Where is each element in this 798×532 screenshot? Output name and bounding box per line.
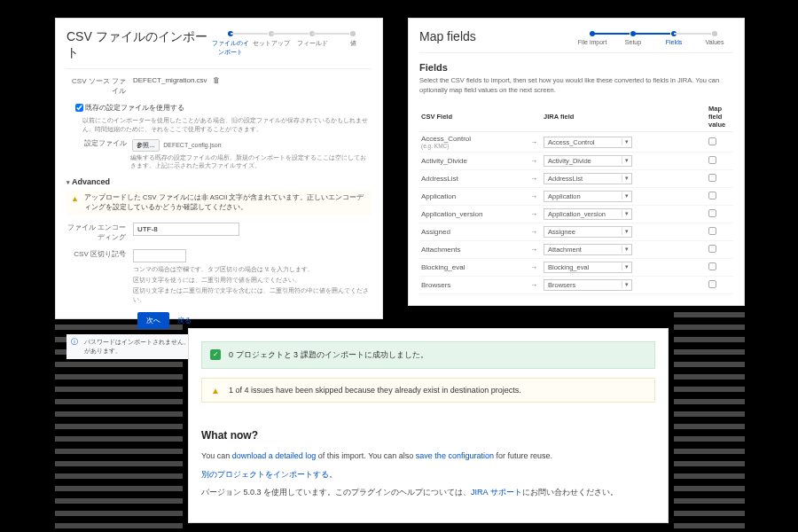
trash-icon[interactable]: 🗑 xyxy=(213,76,220,84)
map-fields-panel: Map fields File import Setup Fields Valu… xyxy=(408,18,745,306)
csv-field-name: Assigned xyxy=(421,228,524,236)
map-value-checkbox[interactable] xyxy=(708,174,716,182)
import-result-panel: ✓ 0 プロジェクトと 3 課題のインポートに成功しました。 ▲ 1 of 4 … xyxy=(188,328,669,523)
warning-icon: ▲ xyxy=(71,193,79,205)
import-another-link[interactable]: 別のプロジェクトをインポートする。 xyxy=(201,470,337,479)
table-row: Blocking_eval→Blocking_eval xyxy=(419,259,733,277)
col-map-value: Map field value xyxy=(707,102,733,132)
what-now-heading: What now? xyxy=(201,429,655,442)
encoding-input[interactable] xyxy=(133,223,239,236)
csv-field-name: Attachments xyxy=(421,246,524,254)
csv-field-name: Application xyxy=(421,192,524,200)
arrow-icon: → xyxy=(526,241,542,259)
r-step-setup[interactable]: Setup xyxy=(614,29,652,45)
table-row: Browsers→Browsers xyxy=(419,277,733,294)
encoding-label: ファイル エンコーディング xyxy=(66,223,133,242)
csv-field-name: Blocking_eval xyxy=(421,263,524,271)
csv-field-name: Access_Control xyxy=(421,135,524,143)
map-value-checkbox[interactable] xyxy=(708,209,716,217)
table-row: Attachments→Attachment xyxy=(419,241,733,259)
choose-file-button[interactable]: 参照… xyxy=(132,139,160,152)
download-log-line: You can download a detailed log of this … xyxy=(201,450,655,462)
csv-import-title: CSV ファイルのインポート xyxy=(66,29,212,61)
map-value-checkbox[interactable] xyxy=(708,245,716,253)
checkmark-icon: ✓ xyxy=(210,349,221,360)
info-icon: ⓘ xyxy=(71,337,78,347)
col-jira-field: JIRA field xyxy=(542,102,707,132)
arrow-icon: → xyxy=(526,153,542,170)
map-value-checkbox[interactable] xyxy=(708,156,716,164)
r-step-fields[interactable]: Fields xyxy=(655,29,692,45)
csv-field-name: AddressList xyxy=(421,175,524,183)
field-mapping-table: CSV Field JIRA field Map field value Acc… xyxy=(419,102,733,294)
jira-field-select[interactable]: Application xyxy=(544,191,632,202)
jira-field-select[interactable]: Activity_Divide xyxy=(544,155,632,167)
map-value-checkbox[interactable] xyxy=(708,262,716,270)
arrow-icon: → xyxy=(526,188,542,206)
csv-field-name: Activity_Divide xyxy=(421,157,524,165)
csv-field-name: Application_version xyxy=(421,210,524,218)
jira-field-select[interactable]: Browsers xyxy=(544,279,632,291)
map-fields-title: Map fields xyxy=(419,29,574,43)
r-step-file[interactable]: File import xyxy=(574,29,611,45)
config-file-label: 設定ファイル xyxy=(82,139,127,148)
jira-field-select[interactable]: AddressList xyxy=(544,173,632,184)
delimiter-input[interactable] xyxy=(133,249,186,262)
jira-field-select[interactable]: Attachment xyxy=(544,244,632,255)
jira-field-select[interactable]: Access_Control xyxy=(544,137,632,148)
config-file-name: DEFECT_config.json xyxy=(163,142,221,148)
arrow-icon: → xyxy=(526,259,542,277)
step-setup[interactable]: セットアップ xyxy=(253,29,290,48)
map-value-checkbox[interactable] xyxy=(708,192,716,200)
success-message-box: ✓ 0 プロジェクトと 3 課題のインポートに成功しました。 xyxy=(201,341,655,369)
use-existing-checkbox[interactable] xyxy=(75,104,83,112)
csv-field-example: (e.g. KMC) xyxy=(421,143,524,149)
fields-subtitle: Fields xyxy=(419,62,733,73)
step-values[interactable]: 値 xyxy=(334,29,372,48)
table-row: Application_version→Application_version xyxy=(419,206,733,223)
table-row: Activity_Divide→Activity_Divide xyxy=(419,153,733,170)
table-row: AddressList→AddressList xyxy=(419,170,733,188)
csv-import-panel: CSV ファイルのインポート ファイルのインポート セットアップ フィールド 値… xyxy=(55,18,383,319)
fields-desc: Select the CSV fields to import, then se… xyxy=(419,76,733,95)
skipped-warning-box: ▲ 1 of 4 issues have been skipped becaus… xyxy=(201,378,655,403)
delimiter-help2: 区切り文字を使うには、二重引用符で値を囲んでください。 xyxy=(133,276,372,285)
decorative-stripes-right xyxy=(674,312,745,528)
step-fields[interactable]: フィールド xyxy=(293,29,331,48)
arrow-icon: → xyxy=(526,132,542,153)
r-step-values[interactable]: Values xyxy=(696,29,733,45)
map-fields-stepper: File import Setup Fields Values xyxy=(574,29,733,45)
jira-field-select[interactable]: Assignee xyxy=(544,226,632,238)
csv-import-stepper: ファイルのインポート セットアップ フィールド 値 xyxy=(212,29,372,57)
version-line: バージョン 5.0.3 を使用しています。このプラグインのヘルプについては、JI… xyxy=(201,487,655,498)
delimiter-help3: 区切り文字または二重引用符で文字を含むには、二重引用符の中に値を囲んでください。 xyxy=(133,286,372,304)
arrow-icon: → xyxy=(526,170,542,188)
next-button[interactable]: 次へ xyxy=(137,312,169,329)
col-csv-field: CSV Field xyxy=(419,102,526,132)
map-value-checkbox[interactable] xyxy=(708,280,716,288)
jira-support-link[interactable]: JIRA サポート xyxy=(471,488,522,497)
advanced-section-header[interactable]: Advanced xyxy=(66,177,372,186)
use-existing-label: 既存の設定ファイルを使用する xyxy=(85,104,184,112)
jira-field-select[interactable]: Blocking_eval xyxy=(544,262,632,273)
table-row: Assigned→Assignee xyxy=(419,223,733,241)
csv-field-name: Browsers xyxy=(421,281,524,289)
delimiter-label: CSV 区切り記号 xyxy=(66,249,133,303)
use-existing-help: 以前にこのインポーターを使用したことがある場合、旧の設定ファイルが保存されている… xyxy=(82,116,372,134)
arrow-icon: → xyxy=(526,223,542,241)
jira-field-select[interactable]: Application_version xyxy=(544,208,632,220)
map-value-checkbox[interactable] xyxy=(708,227,716,235)
map-value-checkbox[interactable] xyxy=(708,137,716,145)
warning-icon: ▲ xyxy=(211,386,220,395)
back-button[interactable]: 戻る xyxy=(177,316,192,325)
arrow-icon: → xyxy=(526,206,542,223)
delimiter-help1: コンマの場合は空欄です。タブ区切りの場合は \t を入力します。 xyxy=(133,265,372,274)
step-file-import[interactable]: ファイルのインポート xyxy=(212,29,249,57)
csv-source-label: CSV ソース ファイル xyxy=(66,76,133,96)
save-config-link[interactable]: save the configuration xyxy=(416,451,494,460)
arrow-icon: → xyxy=(526,277,542,294)
download-log-link[interactable]: download a detailed log xyxy=(232,451,317,460)
config-file-help: 編集する既存の設定ファイルの場所。新規のインポートを設定するここは空にしておきま… xyxy=(130,153,372,171)
ascii-warning-box: ▲ アップロードした CSV ファイルには非 ASCII 文字が含まれています。… xyxy=(66,190,372,215)
table-row: Access_Control(e.g. KMC)→Access_Control xyxy=(419,132,733,153)
